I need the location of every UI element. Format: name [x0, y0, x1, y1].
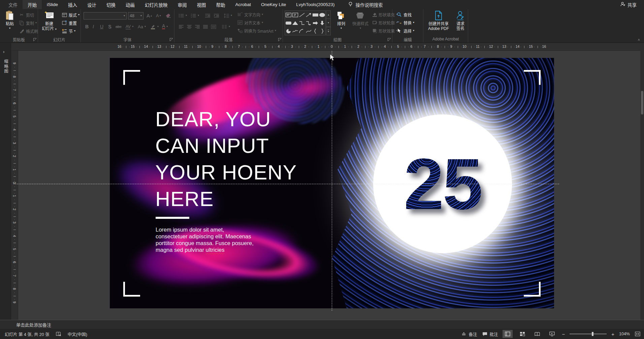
font-size-combo[interactable]: 48 ▾	[128, 12, 143, 20]
italic-button[interactable]: I	[92, 23, 95, 30]
menu-tab[interactable]: 视图	[192, 0, 211, 9]
justify-button[interactable]	[201, 23, 210, 30]
distribute-text-button[interactable]	[210, 23, 218, 30]
slide-sorter-view-button[interactable]	[517, 330, 527, 338]
format-painter-button[interactable]: 格式刷	[18, 28, 39, 34]
menu-tab[interactable]: 插入	[63, 0, 82, 9]
vertical-ruler[interactable]: 9876543210123456789	[11, 51, 18, 320]
vertical-scrollbar[interactable]	[640, 43, 644, 320]
misspelled-word[interactable]: ultricies	[206, 247, 225, 253]
convert-smartart-button[interactable]: 转换为 SmartArt ▾	[236, 27, 282, 34]
shape-left-brace-icon[interactable]	[312, 29, 319, 34]
shape-arc-icon[interactable]	[299, 29, 305, 34]
language-indicator[interactable]: 中文(中国)	[68, 331, 87, 337]
increase-indent-button[interactable]	[212, 12, 220, 19]
shapes-scroll-up-icon[interactable]: ▴	[326, 11, 330, 19]
comments-toggle-button[interactable]: 批注	[482, 331, 498, 337]
menu-tab[interactable]: OneKey Lite	[256, 0, 291, 9]
slide-body-text[interactable]: Lorem ipsum dolor sit amet,consectetuer …	[156, 226, 254, 253]
zoom-level[interactable]: 104%	[619, 332, 630, 336]
numbering-button[interactable]: ▾	[189, 12, 200, 19]
vertical-guide[interactable]	[332, 51, 332, 311]
normal-view-button[interactable]	[503, 330, 513, 338]
shape-rectangle-icon[interactable]	[312, 12, 319, 18]
thumbnails-tab-label[interactable]: 缩略图	[3, 59, 9, 74]
align-left-button[interactable]	[177, 23, 185, 30]
menu-tab[interactable]: LvyhTools(200523)	[291, 0, 340, 9]
expand-thumbnails-icon[interactable]: ›	[3, 49, 4, 54]
bold-button[interactable]: B	[84, 23, 90, 30]
shape-vertical-text-box-icon[interactable]	[292, 12, 298, 18]
decrease-indent-button[interactable]	[203, 12, 212, 19]
find-button[interactable]: 查找	[395, 11, 422, 18]
shape-oval-icon[interactable]	[319, 12, 325, 18]
shapes-more-icon[interactable]: ▾	[326, 27, 330, 35]
slide-heading[interactable]: DEAR, YOUCAN INPUTYOUR HOENYHERE	[155, 106, 297, 212]
shape-line-icon[interactable]	[299, 12, 305, 18]
shape-pie-icon[interactable]	[285, 29, 292, 34]
zoom-out-button[interactable]: −	[562, 331, 565, 337]
menu-tab[interactable]: iSlide	[42, 0, 63, 9]
zoom-in-button[interactable]: +	[611, 331, 614, 337]
shape-effects-button[interactable]: 形状效果 ▾	[371, 27, 395, 34]
underline-button[interactable]: U	[99, 23, 104, 30]
shrink-font-button[interactable]: A▾	[155, 12, 162, 19]
menu-tab[interactable]: 文件	[3, 0, 23, 9]
replace-button[interactable]: 替换 ▾	[395, 19, 422, 26]
layout-button[interactable]: 版式 ▾	[60, 11, 80, 18]
new-slide-button[interactable]: 新建 幻灯片 ▾	[41, 10, 58, 36]
highlight-color-button[interactable]: ▾	[149, 23, 160, 30]
align-text-button[interactable]: 对齐文本 ▾	[236, 19, 282, 26]
share-button[interactable]: 共享	[620, 1, 644, 8]
horizontal-guide[interactable]	[13, 184, 559, 184]
reset-button[interactable]: 重置	[60, 20, 78, 26]
fit-to-window-icon[interactable]	[635, 331, 641, 337]
scrollbar-thumb[interactable]	[641, 91, 643, 114]
request-signature-button[interactable]: 请求签名	[454, 10, 467, 36]
text-shadow-button[interactable]: S	[107, 23, 112, 30]
shape-elbow-arrow-connector-icon[interactable]	[305, 21, 312, 26]
shape-outline-button[interactable]: 形状轮廓 ▾	[371, 19, 395, 26]
menu-tab[interactable]: 帮助	[211, 0, 230, 9]
shape-right-brace-icon[interactable]	[319, 29, 325, 34]
menu-tab[interactable]: Acrobat	[230, 0, 256, 9]
columns-button[interactable]: ▾	[220, 23, 231, 30]
shape-right-arrow-icon[interactable]	[312, 21, 319, 26]
shape-text-box-icon[interactable]	[285, 12, 292, 18]
shape-down-arrow-icon[interactable]	[319, 21, 325, 26]
tell-me-search[interactable]: 操作说明搜索	[348, 1, 383, 8]
reading-view-button[interactable]	[532, 330, 542, 338]
paragraph-dialog-launcher-icon[interactable]	[278, 38, 281, 41]
clear-formatting-button[interactable]	[164, 12, 172, 19]
collapse-ribbon-button[interactable]: ˄	[638, 38, 640, 42]
menu-tab[interactable]: 设计	[82, 0, 101, 9]
font-name-combo[interactable]: ▾	[84, 12, 127, 20]
line-spacing-button[interactable]: ▾	[222, 12, 233, 19]
spellcheck-icon[interactable]	[56, 331, 62, 337]
menu-tab[interactable]: 开始	[23, 0, 42, 9]
shape-triangle-icon[interactable]	[292, 21, 298, 26]
copy-button[interactable]: 复制 ▾	[18, 20, 38, 26]
align-right-button[interactable]	[193, 23, 201, 30]
shapes-scroll-down-icon[interactable]: ▾	[326, 19, 330, 27]
shape-fill-button[interactable]: 形状填充 ▾	[371, 11, 395, 18]
shape-arrow-icon[interactable]	[305, 12, 312, 18]
change-case-button[interactable]: Aa ▾	[137, 23, 147, 30]
clipboard-dialog-launcher-icon[interactable]	[33, 38, 36, 41]
zoom-slider[interactable]	[570, 334, 607, 334]
align-center-button[interactable]	[185, 23, 193, 30]
zoom-slider-thumb[interactable]	[592, 332, 593, 336]
select-button[interactable]: 选择 ▾	[395, 27, 422, 34]
cut-button[interactable]: ✂ 剪切	[18, 11, 35, 18]
grow-font-button[interactable]: A▴	[146, 12, 153, 19]
create-share-pdf-button[interactable]: 创建并共享Adobe PDF	[425, 10, 452, 36]
shape-scribble-icon[interactable]	[292, 29, 298, 34]
menu-tab[interactable]: 幻灯片放映	[140, 0, 173, 9]
section-button[interactable]: 节 ▾	[60, 28, 76, 34]
notes-pane[interactable]: 单击此处添加备注	[0, 320, 644, 329]
drawing-dialog-launcher-icon[interactable]	[388, 38, 391, 41]
menu-tab[interactable]: 动画	[121, 0, 140, 9]
strikethrough-button[interactable]: abc	[115, 23, 123, 30]
shape-curve-icon[interactable]	[305, 29, 312, 34]
shape-rounded-rectangle-icon[interactable]	[285, 21, 292, 26]
